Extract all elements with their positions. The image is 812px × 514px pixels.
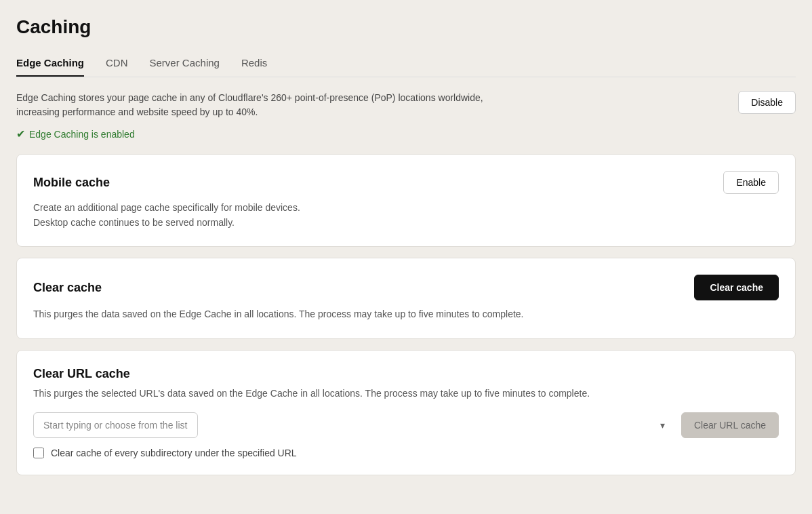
subdirectory-checkbox-label[interactable]: Clear cache of every subdirectory under … <box>51 448 297 458</box>
tabs-navigation: Edge Caching CDN Server Caching Redis <box>16 52 796 77</box>
tab-cdn[interactable]: CDN <box>106 52 128 77</box>
status-label: Edge Caching is enabled <box>29 129 135 140</box>
mobile-cache-title: Mobile cache <box>33 176 110 190</box>
tab-redis[interactable]: Redis <box>241 52 267 77</box>
subdirectory-checkbox[interactable] <box>33 448 44 458</box>
clear-cache-description: This purges the data saved on the Edge C… <box>33 307 779 322</box>
mobile-cache-description-line1: Create an additional page cache specific… <box>33 201 779 216</box>
edge-caching-description: Edge Caching stores your page cache in a… <box>16 91 491 119</box>
subdirectory-checkbox-row: Clear cache of every subdirectory under … <box>33 448 779 458</box>
mobile-cache-card: Mobile cache Enable Create an additional… <box>16 154 796 247</box>
tab-edge-caching[interactable]: Edge Caching <box>16 52 84 77</box>
clear-url-cache-card: Clear URL cache This purges the selected… <box>16 350 796 475</box>
edge-caching-status: ✔ Edge Caching is enabled <box>16 127 796 140</box>
url-input-row: Start typing or choose from the list Cle… <box>33 412 779 438</box>
edge-caching-description-row: Edge Caching stores your page cache in a… <box>16 91 796 119</box>
page-title: Caching <box>16 16 796 38</box>
clear-cache-card: Clear cache Clear cache This purges the … <box>16 258 796 339</box>
tab-server-caching[interactable]: Server Caching <box>150 52 220 77</box>
url-select-wrapper: Start typing or choose from the list <box>33 412 673 438</box>
mobile-cache-description-line2: Desktop cache continues to be served nor… <box>33 216 779 231</box>
clear-url-cache-description: This purges the selected URL's data save… <box>33 387 779 401</box>
clear-cache-button[interactable]: Clear cache <box>694 275 779 300</box>
clear-url-cache-title: Clear URL cache <box>33 367 779 381</box>
clear-url-cache-button[interactable]: Clear URL cache <box>681 412 779 438</box>
disable-button[interactable]: Disable <box>738 91 796 114</box>
mobile-cache-header: Mobile cache Enable <box>33 171 779 194</box>
enable-mobile-cache-button[interactable]: Enable <box>723 171 779 194</box>
clear-cache-header: Clear cache Clear cache <box>33 275 779 300</box>
url-select-input[interactable]: Start typing or choose from the list <box>33 412 198 438</box>
clear-cache-title: Clear cache <box>33 281 102 295</box>
check-circle-icon: ✔ <box>16 127 25 140</box>
